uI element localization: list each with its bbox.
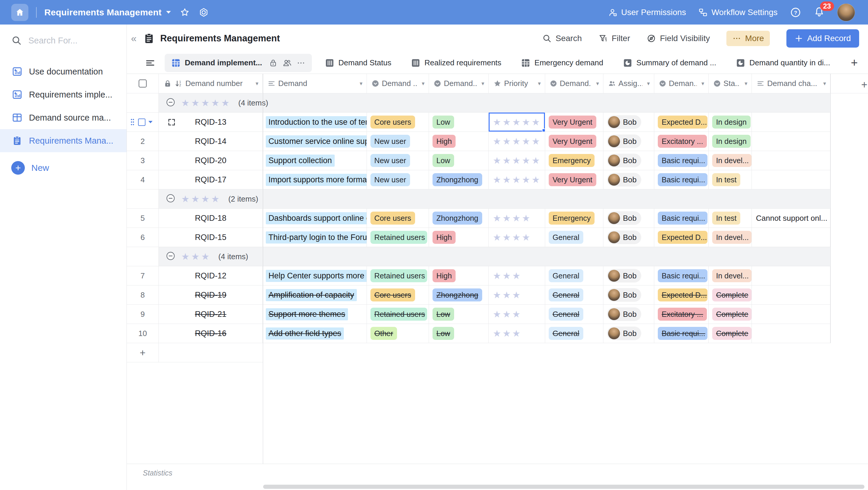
cell-assignee[interactable]: Bob xyxy=(603,305,654,324)
view-list-button[interactable] xyxy=(145,58,155,68)
cell-demand-source[interactable]: New user xyxy=(367,170,429,190)
cell-demand-characteristics[interactable] xyxy=(752,266,831,286)
cell-demand-type[interactable]: Expected D... xyxy=(654,112,709,132)
cell-demand-urgency[interactable]: General xyxy=(545,286,603,305)
cell-demand-source[interactable]: Core users xyxy=(367,112,429,132)
cell-demand-urgency[interactable]: Very Urgent xyxy=(545,112,603,132)
collapse-sidebar-button[interactable]: « xyxy=(131,33,136,44)
row-head[interactable]: 3 xyxy=(127,151,159,170)
user-permissions-button[interactable]: User Permissions xyxy=(608,8,686,17)
column-header-5[interactable]: Demand...▾ xyxy=(545,74,603,93)
cell-demand-characteristics[interactable] xyxy=(752,132,831,151)
cell-demand-urgency[interactable]: Very Urgent xyxy=(545,132,603,151)
sidebar-item-3[interactable]: Requirements Mana... xyxy=(0,129,127,152)
cell-priority[interactable]: ★★★★★ xyxy=(489,151,545,170)
statistics-label[interactable]: Statistics xyxy=(143,469,173,477)
column-header-2[interactable]: Demand ...▾ xyxy=(367,74,429,93)
cell-demand-number[interactable]: RQID-16 xyxy=(159,324,263,343)
user-avatar[interactable] xyxy=(837,4,855,21)
assignee-chip[interactable]: Bob xyxy=(607,230,641,244)
cell-demand[interactable]: Add other field types xyxy=(263,324,367,343)
cell-demand-level[interactable]: High xyxy=(429,228,489,247)
cell-priority[interactable]: ★★★ xyxy=(489,286,545,305)
table-row[interactable]: 5RQID-18Dashboards support online edCore… xyxy=(127,209,868,228)
column-header-0[interactable]: 12Demand number▾ xyxy=(159,74,263,93)
field-visibility-button[interactable]: Field Visibility xyxy=(647,34,710,43)
help-button[interactable]: ? xyxy=(790,7,801,18)
column-header-8[interactable]: Sta...▾ xyxy=(709,74,752,93)
row-head[interactable]: 7 xyxy=(127,266,159,286)
add-field-button[interactable]: + xyxy=(861,78,867,91)
cell-priority[interactable]: ★★★ xyxy=(489,305,545,324)
sidebar-item-0[interactable]: Use documentation xyxy=(0,60,127,83)
cell-demand[interactable]: Support collection xyxy=(263,151,367,170)
cell-demand-source[interactable]: Retained users xyxy=(367,228,429,247)
cell-priority[interactable]: ★★★★ xyxy=(489,209,545,228)
cell-demand[interactable]: Amplification of capacity xyxy=(263,286,367,305)
cell-demand-urgency[interactable]: General xyxy=(545,228,603,247)
cell-priority[interactable]: ★★★ xyxy=(489,266,545,286)
column-menu-caret[interactable]: ▾ xyxy=(821,80,826,87)
table-row[interactable]: 2RQID-14Customer service online suppNew … xyxy=(127,132,868,151)
cell-demand-number[interactable]: RQID-17 xyxy=(159,170,263,190)
priority-stars[interactable]: ★★★★ xyxy=(493,232,532,243)
cell-assignee[interactable]: Bob xyxy=(603,132,654,151)
cell-demand[interactable]: Dashboards support online ed xyxy=(263,209,367,228)
cell-demand-type[interactable]: Excitatory ... xyxy=(654,132,709,151)
cell-demand-type[interactable]: Basic requi... xyxy=(654,170,709,190)
cell-demand-number[interactable]: RQID-20 xyxy=(159,151,263,170)
column-menu-caret[interactable]: ▾ xyxy=(254,80,258,87)
assignee-chip[interactable]: Bob xyxy=(607,307,641,321)
assignee-chip[interactable]: Bob xyxy=(607,211,641,225)
row-head[interactable]: 8 xyxy=(127,286,159,305)
cell-fill-handle[interactable] xyxy=(542,129,545,132)
cell-demand-number[interactable]: RQID-12 xyxy=(159,266,263,286)
assignee-chip[interactable]: Bob xyxy=(607,134,641,148)
collapse-group-button[interactable] xyxy=(166,194,175,204)
table-row[interactable]: 4RQID-17Import supports more formatsNew … xyxy=(127,170,868,190)
cell-demand-level[interactable]: Zhongzhong xyxy=(429,286,489,305)
view-tab-0[interactable]: Demand implement... xyxy=(165,54,312,72)
row-head[interactable]: 2 xyxy=(127,132,159,151)
cell-demand-characteristics[interactable]: Cannot support onl... xyxy=(752,209,831,228)
cell-demand-characteristics[interactable] xyxy=(752,170,831,190)
priority-stars[interactable]: ★★★★★ xyxy=(493,117,541,128)
cell-demand-level[interactable]: Low xyxy=(429,305,489,324)
column-header-4[interactable]: Priority▾ xyxy=(489,74,545,93)
more-button[interactable]: More xyxy=(726,31,770,46)
home-button[interactable] xyxy=(11,4,28,21)
notifications-button[interactable]: 23 xyxy=(814,6,825,19)
cell-demand[interactable]: Third-party login to the Forum xyxy=(263,228,367,247)
cell-priority[interactable]: ★★★ xyxy=(489,324,545,343)
cell-demand-source[interactable]: Other xyxy=(367,324,429,343)
table-row[interactable]: 10RQID-16Add other field typesOtherLow★★… xyxy=(127,324,868,343)
cell-demand-urgency[interactable]: General xyxy=(545,305,603,324)
workflow-settings-button[interactable]: Workflow Settings xyxy=(698,8,778,17)
column-header-7[interactable]: Deman...▾ xyxy=(654,74,709,93)
priority-stars[interactable]: ★★★ xyxy=(493,290,522,300)
column-menu-caret[interactable]: ▾ xyxy=(594,80,599,87)
cell-demand-type[interactable]: Basic requi... xyxy=(654,324,709,343)
select-all-checkbox[interactable] xyxy=(138,79,147,88)
cell-demand-characteristics[interactable] xyxy=(752,286,831,305)
cell-demand-characteristics[interactable] xyxy=(752,228,831,247)
cell-assignee[interactable]: Bob xyxy=(603,209,654,228)
cell-demand-characteristics[interactable] xyxy=(752,305,831,324)
column-header-3[interactable]: Demand...▾ xyxy=(429,74,489,93)
cell-assignee[interactable]: Bob xyxy=(603,151,654,170)
row-caret-icon[interactable] xyxy=(148,121,153,123)
column-menu-caret[interactable]: ▾ xyxy=(743,80,747,87)
sidebar-item-1[interactable]: Requirements imple... xyxy=(0,83,127,106)
column-menu-caret[interactable]: ▾ xyxy=(358,80,363,87)
cell-priority[interactable]: ★★★★★ xyxy=(489,132,545,151)
cell-demand-urgency[interactable]: Emergency xyxy=(545,209,603,228)
cell-demand-type[interactable]: Excitatory ... xyxy=(654,305,709,324)
cell-demand-source[interactable]: Core users xyxy=(367,286,429,305)
cell-demand[interactable]: Customer service online supp xyxy=(263,132,367,151)
cell-demand-level[interactable]: Low xyxy=(429,324,489,343)
horizontal-scrollbar[interactable] xyxy=(263,485,864,489)
cell-demand[interactable]: Import supports more formats xyxy=(263,170,367,190)
column-menu-caret[interactable]: ▾ xyxy=(479,80,484,87)
cell-status[interactable]: In test xyxy=(709,209,752,228)
row-head[interactable]: 4 xyxy=(127,170,159,190)
